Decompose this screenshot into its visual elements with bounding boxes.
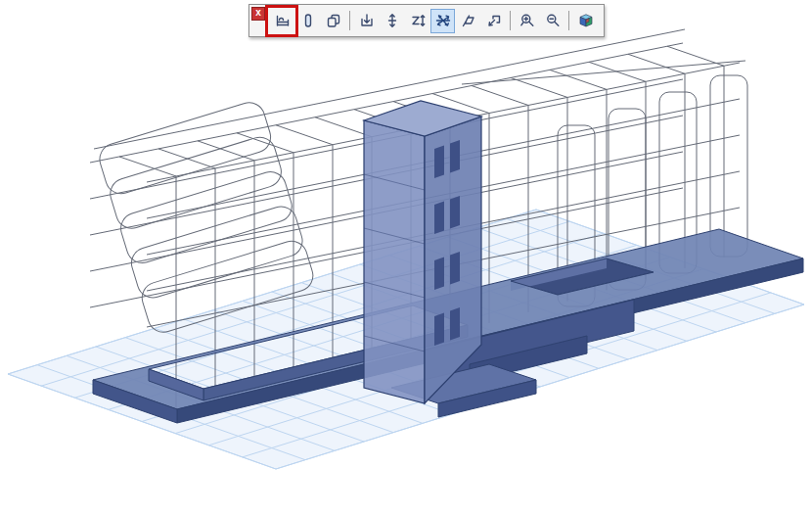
drop-arrow-icon xyxy=(359,13,375,28)
zoom-out-tool-button[interactable] xyxy=(540,9,564,33)
vertical-capsule-icon xyxy=(300,13,316,28)
z-stretch-tool-button[interactable] xyxy=(405,9,429,33)
floating-toolbar: x xyxy=(248,4,605,37)
rotate-crossed-arrows-icon xyxy=(435,13,451,28)
copy-icon xyxy=(326,13,341,28)
cutaway-cube-tool-button[interactable] xyxy=(573,9,598,33)
extrude-box-icon xyxy=(486,13,502,28)
skew-plane-tool-button[interactable] xyxy=(456,9,480,33)
close-button[interactable]: x xyxy=(251,7,265,21)
marquee-tool-button[interactable] xyxy=(270,9,294,33)
toolbar-separator xyxy=(568,11,569,30)
viewport-3d[interactable] xyxy=(0,0,812,516)
drop-arrow-tool-button[interactable] xyxy=(354,9,379,33)
rotate-crossed-arrows-tool-button[interactable] xyxy=(430,9,455,33)
vertical-capsule-tool-button[interactable] xyxy=(295,9,320,33)
z-stretch-icon xyxy=(410,13,426,28)
tower xyxy=(364,101,481,403)
vertical-stretch-tool-button[interactable] xyxy=(380,9,404,33)
marquee-icon xyxy=(275,13,291,28)
tower-left-face xyxy=(364,120,425,403)
zoom-out-icon xyxy=(545,13,561,28)
zoom-in-icon xyxy=(519,13,535,28)
vertical-stretch-icon xyxy=(384,13,400,28)
copy-tool-button[interactable] xyxy=(321,9,345,33)
toolbar-separator xyxy=(510,11,511,30)
cutaway-cube-icon xyxy=(578,13,594,28)
zoom-in-tool-button[interactable] xyxy=(515,9,539,33)
extrude-box-tool-button[interactable] xyxy=(481,9,506,33)
toolbar-separator xyxy=(349,11,350,30)
skew-plane-icon xyxy=(461,13,476,28)
